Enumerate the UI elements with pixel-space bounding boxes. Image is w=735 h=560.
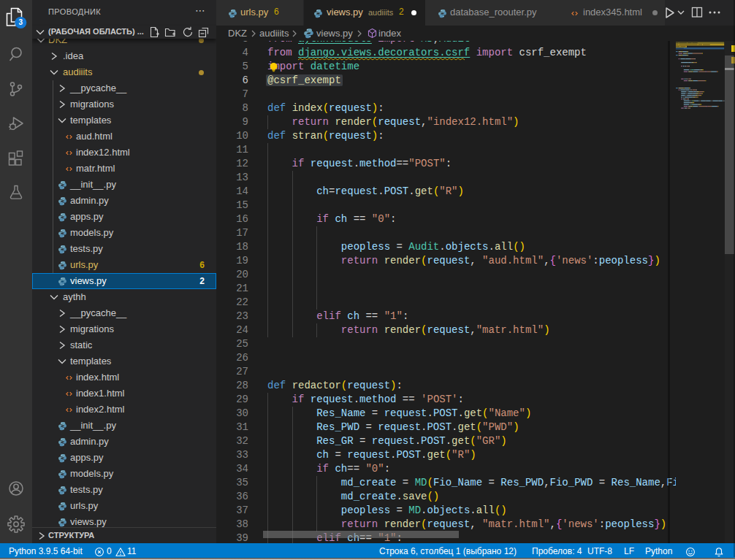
svg-text:3: 3 (18, 18, 23, 26)
